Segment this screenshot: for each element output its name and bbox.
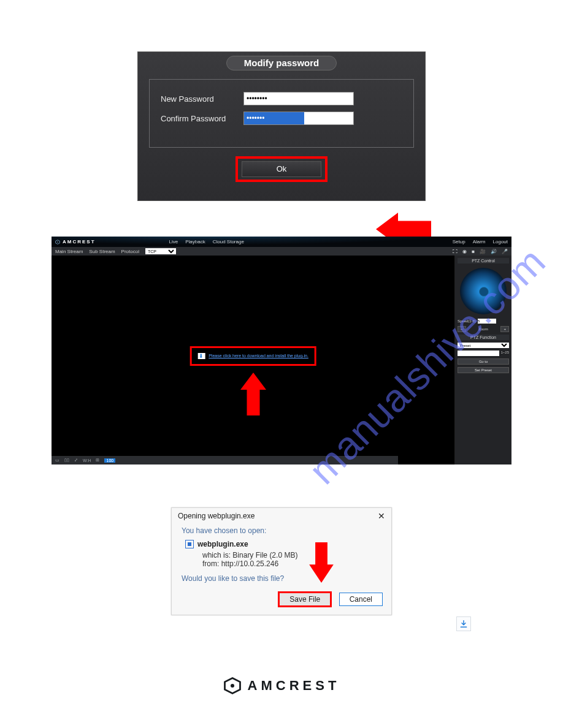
ptz-sidebar: PTZ Control Speed(1-8) − Zoom + PTZ Func…: [455, 256, 511, 464]
hexagon-icon: [223, 677, 242, 695]
whichis-value: Binary File (2.0 MB): [232, 551, 297, 559]
save-question-text: Would you like to save this file?: [182, 574, 381, 583]
ptz-preset-number-input[interactable]: [458, 351, 499, 356]
new-password-input[interactable]: [243, 92, 354, 105]
ptz-function-header: PTZ Function: [458, 335, 509, 340]
chosen-to-open-text: You have chosen to open:: [182, 526, 381, 535]
aspect-off-icon[interactable]: ⊞: [96, 458, 99, 463]
preset-range-label: 1~25: [500, 351, 509, 356]
dialog-titlebar: Modify password: [138, 52, 425, 79]
svg-marker-3: [240, 373, 266, 415]
volume-icon[interactable]: 🔊: [491, 249, 497, 254]
from-label: from:: [202, 559, 219, 568]
confirm-password-label: Confirm Password: [161, 114, 243, 123]
link-logout[interactable]: Logout: [493, 239, 508, 245]
confirm-password-input[interactable]: [243, 112, 354, 125]
ok-button[interactable]: Ok: [242, 161, 321, 177]
video-area: ⬇ Please click here to download and inst…: [52, 256, 455, 464]
save-file-button[interactable]: Save File: [278, 591, 332, 607]
hexagon-icon: [55, 240, 60, 245]
layout2-icon[interactable]: ▯▯: [64, 458, 69, 463]
brand-logo: AMCREST: [55, 239, 96, 245]
layout1-icon[interactable]: ▭: [55, 458, 59, 463]
stream-toolstrip: Main Stream Sub Stream Protocol TCP ⛶ ◉ …: [52, 247, 511, 256]
ptz-speed-label: Speed(1-8): [458, 319, 476, 323]
footer-brand: AMCREST: [0, 677, 563, 695]
camera-liveview-ui: AMCREST Live Playback Cloud Storage Setu…: [52, 237, 511, 464]
page-download-button[interactable]: [456, 616, 471, 631]
nav-right: Setup Alarm Logout: [453, 239, 508, 245]
protocol-select[interactable]: TCP: [145, 248, 176, 254]
brand-text: AMCREST: [63, 239, 96, 245]
fullscreen-icon[interactable]: ⛶: [453, 249, 458, 254]
whichis-label: which is:: [202, 551, 231, 559]
footer-brand-text: AMCREST: [248, 678, 340, 694]
modify-password-dialog: Modify password New Password Confirm Pas…: [137, 51, 426, 201]
wh-icon[interactable]: W:H: [83, 458, 91, 463]
dialog-title-text: Opening webplugin.exe: [178, 512, 255, 520]
ptz-speed-input[interactable]: [478, 319, 496, 324]
goto-button[interactable]: Go to: [458, 358, 509, 365]
tab-playback[interactable]: Playback: [185, 239, 205, 245]
password-form-frame: New Password Confirm Password: [149, 79, 414, 148]
zoom-label: Zoom: [478, 327, 488, 331]
tab-live[interactable]: Live: [169, 239, 178, 245]
file-exe-icon: [185, 540, 194, 548]
snapshot-icon[interactable]: ◉: [462, 249, 467, 254]
record-icon[interactable]: ■: [472, 249, 475, 254]
protocol-label: Protocol: [121, 249, 139, 254]
filename-text: webplugin.exe: [197, 540, 248, 548]
tab-cloud[interactable]: Cloud Storage: [213, 239, 244, 245]
aspect-percent-button[interactable]: 100: [104, 458, 115, 463]
red-arrow-down-icon: [308, 542, 335, 583]
close-icon[interactable]: ✕: [378, 511, 385, 521]
ptz-header: PTZ Control: [458, 258, 509, 264]
from-value: http://10.0.25.246: [221, 559, 278, 568]
set-preset-button[interactable]: Set Preset: [458, 367, 509, 373]
link-setup[interactable]: Setup: [453, 239, 465, 245]
topbar: AMCREST Live Playback Cloud Storage Setu…: [52, 237, 511, 247]
sub-stream-label[interactable]: Sub Stream: [89, 249, 115, 254]
mic-icon[interactable]: 🎤: [502, 249, 508, 254]
video-bottombar: ▭ ▯▯ ⤢ W:H ⊞ 100: [52, 456, 398, 464]
svg-point-6: [231, 684, 234, 688]
talk-icon[interactable]: 🎥: [480, 249, 486, 254]
svg-marker-4: [309, 542, 334, 583]
ptz-wheel[interactable]: [460, 268, 507, 314]
save-file-dialog: Opening webplugin.exe ✕ You have chosen …: [171, 507, 392, 615]
expand-icon[interactable]: ⤢: [74, 458, 78, 463]
main-stream-label[interactable]: Main Stream: [55, 249, 83, 254]
ptz-preset-select[interactable]: Preset: [458, 343, 509, 348]
zoom-out-button[interactable]: −: [458, 326, 466, 332]
toolstrip-right-icons: ⛶ ◉ ■ 🎥 🔊 🎤: [453, 249, 508, 254]
link-alarm[interactable]: Alarm: [473, 239, 486, 245]
new-password-label: New Password: [161, 94, 243, 104]
zoom-in-button[interactable]: +: [500, 326, 509, 332]
svg-point-2: [57, 241, 58, 242]
plugin-download-link[interactable]: Please click here to download and instal…: [209, 354, 308, 358]
cancel-button[interactable]: Cancel: [339, 593, 383, 606]
red-arrow-up-icon: [239, 373, 267, 415]
download-icon: ⬇: [197, 353, 205, 359]
nav-tabs: Live Playback Cloud Storage: [169, 239, 244, 245]
plugin-highlight-box: ⬇ Please click here to download and inst…: [190, 346, 316, 366]
dialog-title: Modify password: [226, 56, 337, 70]
ok-highlight-box: Ok: [236, 156, 327, 182]
